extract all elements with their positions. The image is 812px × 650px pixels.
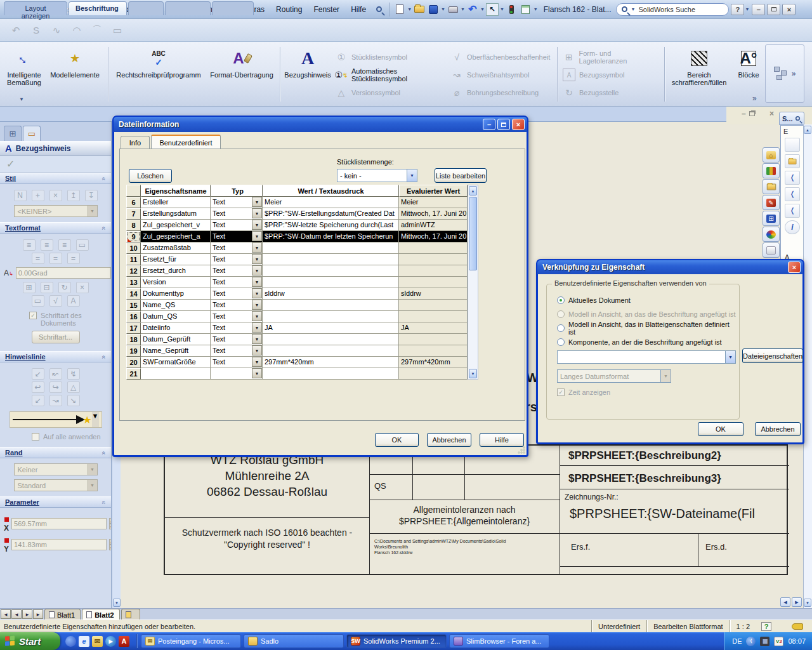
tray-app-icon[interactable]: ▦	[760, 637, 769, 646]
format-painter-button[interactable]: A Format-Übertragung	[206, 44, 277, 79]
rebuild-icon[interactable]	[506, 3, 518, 16]
close-button[interactable]: ×	[782, 4, 796, 15]
open-document-icon[interactable]	[413, 3, 426, 16]
type-dropdown-button[interactable]: ▼	[252, 357, 262, 367]
area-hatch-button[interactable]: Bereich schraffieren/füllen	[667, 44, 731, 86]
sheet-tab-blatt1[interactable]: Blatt1	[44, 609, 81, 620]
toolbar-extra-panel[interactable]: »	[765, 44, 804, 103]
section-hinweislinie[interactable]: Hinweislinie«	[0, 351, 111, 362]
resize-grip[interactable]	[518, 446, 525, 454]
type-dropdown-button[interactable]: ▼	[252, 254, 262, 264]
new-doc-dropdown[interactable]: ▼	[407, 7, 412, 11]
menu-item[interactable]: Fenster	[308, 3, 345, 16]
link-dialog-titlebar[interactable]: Verknüpfung zu Eigenschaft ×	[537, 260, 803, 274]
type-dropdown-button[interactable]: ▼	[252, 242, 262, 253]
smart-dimension-button[interactable]: ↔ Intelligente Bemaßung	[4, 44, 44, 86]
internet-explorer-icon[interactable]: e	[79, 636, 89, 647]
resources-home-icon[interactable]: ⌂	[763, 147, 780, 162]
y-coordinate-input[interactable]	[11, 539, 107, 550]
design-library-icon[interactable]	[763, 163, 780, 178]
cancel-button[interactable]: Abbrechen	[427, 433, 471, 447]
delete-button[interactable]: Löschen	[129, 169, 172, 183]
menu-item[interactable]: Routing	[270, 3, 308, 16]
ok-button[interactable]: OK	[698, 422, 743, 436]
tab-layout-anzeigen[interactable]: Layout anzeigen	[4, 1, 67, 15]
child-restore-icon[interactable]	[749, 111, 755, 116]
tab-benutzerdefiniert[interactable]: Benutzerdefiniert	[151, 135, 221, 149]
new-document-icon[interactable]	[393, 3, 406, 16]
property-row[interactable]: 10ZusatzmaßstabText▼	[126, 242, 468, 254]
first-sheet-button[interactable]: ◀	[1, 609, 11, 619]
messenger-icon[interactable]	[65, 636, 76, 647]
search-scope-dropdown[interactable]: ▼	[631, 7, 635, 11]
property-row[interactable]: 11Ersetzt_fürText▼	[126, 254, 468, 265]
taskbar-task[interactable]: SWSolidWorks Premium 2...	[346, 634, 447, 648]
custom-properties-icon[interactable]	[763, 242, 780, 258]
propertymanager-tab[interactable]: ▭	[23, 126, 41, 141]
taskbar-task[interactable]: SlimBrowser - Foren a...	[449, 634, 549, 648]
drawing-hscroll[interactable]: ◀ ▶	[780, 597, 802, 607]
property-row[interactable]: 12Ersetzt_durchText▼	[126, 265, 468, 277]
undo-icon[interactable]: ↶	[466, 3, 479, 16]
hide-icons-icon[interactable]: 〈	[746, 637, 756, 646]
blocks-button[interactable]: A° Blöcke	[731, 44, 766, 79]
clock[interactable]: 08:07	[788, 637, 806, 645]
prev-sheet-button[interactable]: ◀	[11, 609, 22, 619]
cancel-button[interactable]: Abbrechen	[755, 422, 801, 436]
spell-check-button[interactable]: ABC✓ Rechtschreibprüfprogramm	[111, 44, 206, 79]
bom-quantity-dropdown[interactable]: - kein -▼	[337, 169, 417, 182]
tab-hidden-3[interactable]: .	[212, 1, 254, 15]
property-row[interactable]: 6ErstellerText▼MeierMeier	[126, 197, 468, 208]
type-dropdown-button[interactable]: ▼	[252, 197, 262, 207]
taskbar-task[interactable]: ✉Posteingang - Micros...	[141, 634, 241, 648]
tab-hidden-2[interactable]: .	[165, 1, 211, 15]
file-properties-button[interactable]: Dateieigenschaften	[742, 348, 803, 363]
search-input[interactable]	[638, 6, 714, 13]
dialog-restore-button[interactable]	[497, 119, 510, 130]
scroll-left-icon[interactable]: ◀	[780, 597, 790, 607]
auto-balloon-button[interactable]: ①↯ Automatisches Stücklistensymbol	[332, 67, 448, 83]
type-dropdown-button[interactable]: ▼	[252, 277, 262, 287]
start-button[interactable]: Start	[0, 632, 60, 650]
property-row[interactable]: 13VersionText▼	[126, 277, 468, 288]
pm-scroll-down-icon[interactable]: ▼	[113, 599, 121, 607]
next-sheet-button[interactable]: ▶	[22, 609, 32, 619]
scroll-right-icon[interactable]: ▶	[792, 597, 802, 607]
taskpane-back-icon[interactable]: 〈	[785, 204, 800, 218]
outlook-icon[interactable]: ✉	[92, 636, 103, 647]
note-button[interactable]: A Bezugshinweis	[283, 44, 332, 79]
child-close-icon[interactable]: ×	[769, 109, 774, 118]
quick-tips-icon[interactable]: ?	[761, 622, 771, 631]
radio-option[interactable]: Komponente, an der die Beschriftung ange…	[557, 335, 738, 349]
select-dropdown[interactable]: ▼	[500, 7, 504, 11]
file-explorer-icon[interactable]	[763, 179, 780, 194]
radio-icon[interactable]	[557, 296, 565, 304]
sheet-properties-icon[interactable]	[520, 3, 532, 16]
section-rand[interactable]: Rand«	[0, 447, 111, 458]
section-stil[interactable]: Stil«	[0, 173, 111, 184]
taskpane-info-icon[interactable]: i	[785, 220, 800, 234]
type-dropdown-button[interactable]: ▼	[252, 334, 262, 344]
dialog-close-button[interactable]: ×	[512, 119, 525, 130]
x-coordinate-input[interactable]	[11, 518, 107, 529]
featuremanager-tab[interactable]: ⊞	[4, 126, 22, 141]
tab-hidden-1[interactable]: .	[128, 1, 164, 15]
type-dropdown-button[interactable]: ▼	[252, 220, 262, 230]
property-row[interactable]: 16Datum_QSText▼	[126, 311, 468, 322]
appearances-icon[interactable]: ⊞	[763, 211, 780, 226]
scroll-up-icon[interactable]: ▲	[804, 126, 811, 134]
scroll-down-icon[interactable]: ▼	[804, 599, 811, 607]
taskpane-folder-icon[interactable]	[785, 154, 800, 168]
type-dropdown-button[interactable]: ▼	[252, 300, 262, 310]
type-dropdown-button[interactable]: ▼	[252, 231, 262, 241]
scroll-down-icon[interactable]: ▼	[469, 369, 477, 378]
property-row[interactable]: 18Datum_GeprüftText▼	[126, 334, 468, 345]
help-dropdown[interactable]: ▼	[745, 7, 749, 11]
vnc-icon[interactable]: V2	[774, 637, 783, 646]
taskpane-back-icon[interactable]: 〈	[785, 187, 800, 201]
tab-beschriftung[interactable]: Beschriftung	[69, 1, 127, 15]
radio-option[interactable]: Aktuelles Dokument	[557, 293, 738, 307]
scroll-up-icon[interactable]: ▲	[469, 186, 477, 196]
save-dropdown[interactable]: ▼	[441, 7, 445, 11]
type-dropdown-button[interactable]: ▼	[252, 208, 262, 218]
